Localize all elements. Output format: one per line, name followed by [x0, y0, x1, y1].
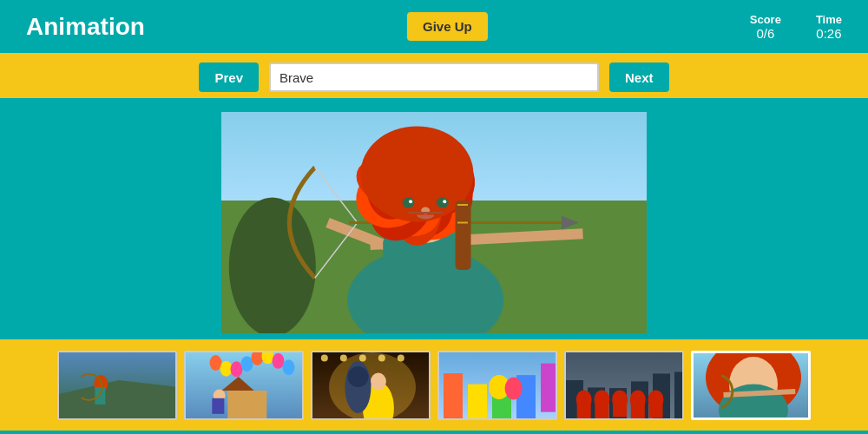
- main-image-area: [0, 102, 868, 336]
- thumbnail-bar: [0, 336, 868, 431]
- thumbnail-4[interactable]: [564, 351, 684, 420]
- thumbnail-1[interactable]: [184, 351, 304, 420]
- give-up-button[interactable]: Give Up: [407, 12, 488, 41]
- score-value: 0/6: [750, 26, 781, 41]
- answer-input[interactable]: [269, 62, 599, 92]
- prev-button[interactable]: Prev: [199, 62, 259, 92]
- header: Animation Give Up Score 0/6 Time 0:26: [0, 0, 868, 56]
- time-block: Time 0:26: [816, 13, 842, 41]
- thumbnail-0[interactable]: [57, 351, 177, 420]
- page-title: Animation: [26, 13, 145, 41]
- main-image-canvas: [221, 112, 647, 333]
- thumbnail-2[interactable]: [311, 351, 431, 420]
- next-button[interactable]: Next: [609, 62, 669, 92]
- nav-bar: Prev Next: [0, 56, 868, 102]
- score-block: Score 0/6: [750, 13, 781, 41]
- thumbnail-3[interactable]: [437, 351, 557, 420]
- thumbnail-5[interactable]: [691, 351, 811, 420]
- score-time-area: Score 0/6 Time 0:26: [750, 13, 842, 41]
- time-value: 0:26: [816, 26, 842, 41]
- score-label: Score: [750, 13, 781, 26]
- time-label: Time: [816, 13, 842, 26]
